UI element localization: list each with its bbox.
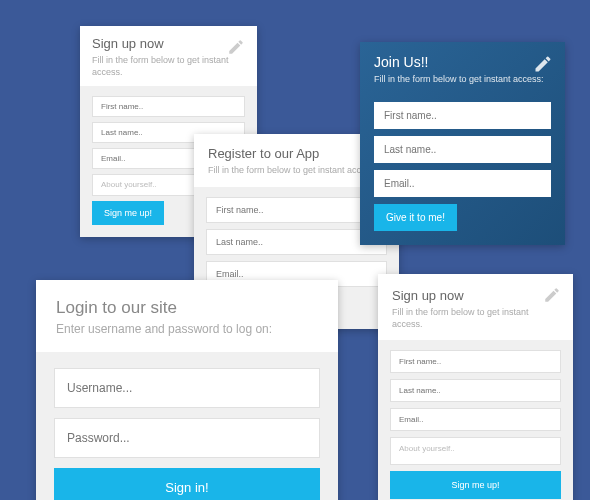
last-name-field[interactable]: [390, 379, 561, 402]
signup-button[interactable]: Sign me up!: [92, 201, 164, 225]
email-field[interactable]: [390, 408, 561, 431]
card-header: Join Us!! Fill in the form below to get …: [360, 42, 565, 96]
last-name-field[interactable]: [374, 136, 551, 163]
card-title: Sign up now: [392, 288, 559, 303]
card-title: Sign up now: [92, 36, 245, 51]
card-title: Login to our site: [56, 298, 318, 318]
card-title: Join Us!!: [374, 54, 551, 70]
pencil-icon: [227, 38, 245, 60]
card-header: Login to our site Enter username and pas…: [36, 280, 338, 352]
card-title: Register to our App: [208, 146, 385, 161]
card-header: Sign up now Fill in the form below to ge…: [80, 26, 257, 86]
email-field[interactable]: [374, 170, 551, 197]
join-us-card: Join Us!! Fill in the form below to get …: [360, 42, 565, 245]
card-subtitle: Enter username and password to log on:: [56, 322, 318, 338]
username-field[interactable]: [54, 368, 320, 408]
password-field[interactable]: [54, 418, 320, 458]
pencil-icon: [543, 286, 561, 308]
about-field[interactable]: About yourself..: [390, 437, 561, 465]
card-subtitle: Fill in the form below to get instant ac…: [208, 165, 385, 177]
give-it-button[interactable]: Give it to me!: [374, 204, 457, 231]
first-name-field[interactable]: [390, 350, 561, 373]
pencil-icon: [533, 54, 553, 78]
signup-button[interactable]: Sign me up!: [390, 471, 561, 499]
card-header: Sign up now Fill in the form below to ge…: [378, 274, 573, 340]
signin-button[interactable]: Sign in!: [54, 468, 320, 500]
card-subtitle: Fill in the form below to get instant ac…: [374, 74, 551, 86]
first-name-field[interactable]: [374, 102, 551, 129]
card-body: Give it to me!: [360, 96, 565, 245]
card-subtitle: Fill in the form below to get instant ac…: [392, 307, 559, 330]
signup-card-bottom: Sign up now Fill in the form below to ge…: [378, 274, 573, 500]
login-card: Login to our site Enter username and pas…: [36, 280, 338, 500]
card-body: Sign in!: [36, 352, 338, 500]
card-body: About yourself.. Sign me up!: [378, 340, 573, 500]
card-subtitle: Fill in the form below to get instant ac…: [92, 55, 245, 78]
first-name-field[interactable]: [92, 96, 245, 117]
